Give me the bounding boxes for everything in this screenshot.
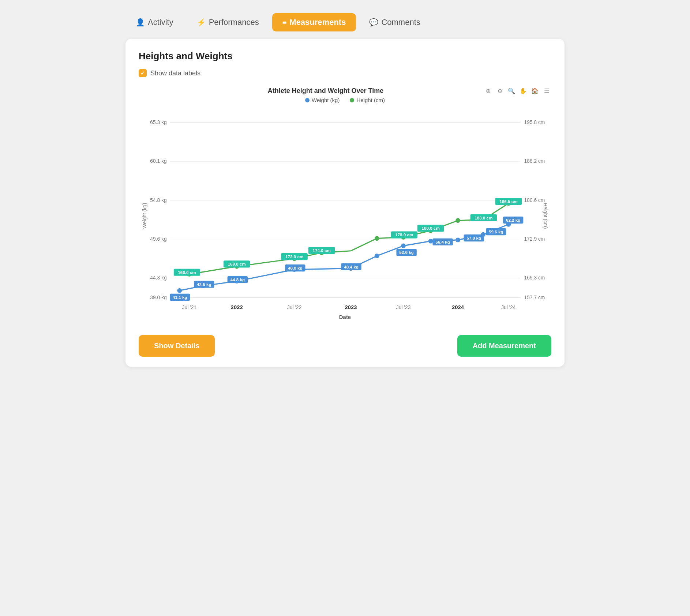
comments-icon: 💬 — [369, 18, 378, 27]
svg-text:54.8 kg: 54.8 kg — [150, 197, 166, 203]
svg-text:Jul '24: Jul '24 — [501, 304, 516, 310]
chart-svg-container: 65.3 kg 60.1 kg 54.8 kg 49.6 kg 44.3 kg … — [139, 107, 551, 325]
svg-text:157.7 cm: 157.7 cm — [524, 294, 545, 300]
weight-label-8: 59.6 kg — [489, 229, 503, 234]
activity-icon: 👤 — [136, 18, 145, 27]
svg-text:165.3 cm: 165.3 cm — [524, 275, 545, 281]
tab-performances-label: Performances — [209, 18, 259, 27]
height-label-6: 183.0 cm — [475, 215, 492, 220]
height-label-0: 166.0 cm — [178, 270, 196, 275]
legend-weight-dot — [305, 98, 310, 102]
weight-label-0: 41.1 kg — [173, 295, 187, 300]
weight-point-5 — [375, 253, 379, 258]
pan-icon[interactable]: ✋ — [518, 86, 528, 95]
legend-weight-label: Weight (kg) — [312, 97, 340, 103]
show-labels-row: Show data labels — [139, 69, 551, 77]
svg-text:172.9 cm: 172.9 cm — [524, 236, 545, 242]
weight-label-9: 62.2 kg — [506, 218, 521, 222]
menu-icon[interactable]: ☰ — [542, 86, 551, 95]
bottom-row: Show Details Add Measurement — [139, 335, 551, 357]
nav-tabs: 👤 Activity ⚡ Performances ≡ Measurements… — [125, 7, 565, 39]
height-label-2: 172.0 cm — [285, 254, 303, 259]
tab-measurements-label: Measurements — [289, 18, 346, 27]
chart-toolbar: Athlete Height and Weight Over Time ⊕ ⊖ … — [139, 86, 551, 95]
weight-label-7: 57.8 kg — [466, 236, 481, 240]
weight-label-4: 48.4 kg — [344, 264, 359, 269]
weight-label-2: 44.8 kg — [230, 277, 245, 282]
weight-label-3: 48.0 kg — [288, 266, 303, 270]
add-measurement-button[interactable]: Add Measurement — [457, 335, 551, 357]
tab-comments-label: Comments — [381, 18, 420, 27]
height-label-5: 180.0 cm — [421, 226, 439, 230]
svg-text:Height (cm): Height (cm) — [543, 203, 548, 229]
chart-wrapper: Athlete Height and Weight Over Time ⊕ ⊖ … — [139, 86, 551, 325]
weight-point-8 — [455, 238, 460, 243]
height-label-7: 186.5 cm — [499, 199, 517, 204]
svg-text:2023: 2023 — [345, 304, 357, 310]
weight-label-5: 52.6 kg — [399, 250, 414, 255]
show-details-button[interactable]: Show Details — [139, 335, 215, 357]
svg-text:Weight (kg): Weight (kg) — [142, 203, 147, 229]
height-label-3: 174.0 cm — [312, 248, 330, 253]
svg-text:2022: 2022 — [231, 304, 243, 310]
magnify-icon[interactable]: 🔍 — [507, 86, 516, 95]
svg-text:Jul '22: Jul '22 — [287, 304, 302, 310]
svg-text:180.6 cm: 180.6 cm — [524, 197, 545, 203]
chart-icons: ⊕ ⊖ 🔍 ✋ 🏠 ☰ — [483, 86, 551, 95]
tab-comments[interactable]: 💬 Comments — [359, 13, 430, 31]
tab-activity-label: Activity — [148, 18, 173, 27]
home-icon[interactable]: 🏠 — [530, 86, 540, 95]
svg-text:Date: Date — [339, 314, 351, 320]
height-label-4: 178.0 cm — [395, 232, 413, 237]
svg-text:49.6 kg: 49.6 kg — [150, 236, 166, 242]
show-labels-text: Show data labels — [150, 70, 200, 77]
performances-icon: ⚡ — [197, 18, 206, 27]
svg-text:188.2 cm: 188.2 cm — [524, 158, 545, 164]
tab-activity[interactable]: 👤 Activity — [125, 13, 184, 31]
weight-label-6: 56.4 kg — [435, 240, 450, 244]
app-container: 👤 Activity ⚡ Performances ≡ Measurements… — [125, 7, 565, 367]
main-card: Heights and Weights Show data labels Ath… — [125, 39, 565, 367]
chart-legend: Weight (kg) Height (cm) — [139, 97, 551, 103]
svg-text:195.8 cm: 195.8 cm — [524, 119, 545, 125]
legend-height: Height (cm) — [350, 97, 385, 103]
card-title: Heights and Weights — [139, 50, 551, 62]
measurements-icon: ≡ — [282, 18, 287, 27]
svg-text:60.1 kg: 60.1 kg — [150, 158, 166, 164]
svg-text:39.0 kg: 39.0 kg — [150, 294, 166, 300]
svg-text:2024: 2024 — [452, 304, 464, 310]
svg-text:65.3 kg: 65.3 kg — [150, 119, 166, 125]
height-point-4 — [375, 236, 379, 241]
height-point-7 — [455, 218, 460, 223]
legend-weight: Weight (kg) — [305, 97, 340, 103]
zoom-out-icon[interactable]: ⊖ — [495, 86, 505, 95]
tab-performances[interactable]: ⚡ Performances — [187, 13, 269, 31]
svg-text:44.3 kg: 44.3 kg — [150, 275, 166, 281]
chart-svg: 65.3 kg 60.1 kg 54.8 kg 49.6 kg 44.3 kg … — [139, 107, 551, 325]
weight-point-6 — [401, 244, 406, 248]
weight-label-1: 42.5 kg — [197, 282, 211, 287]
legend-height-label: Height (cm) — [356, 97, 385, 103]
height-label-1: 169.0 cm — [228, 262, 245, 266]
tab-measurements[interactable]: ≡ Measurements — [272, 13, 356, 31]
weight-point-0 — [177, 288, 182, 293]
svg-text:Jul '21: Jul '21 — [182, 304, 197, 310]
weight-point-7 — [428, 239, 433, 244]
chart-title: Athlete Height and Weight Over Time — [168, 87, 483, 95]
svg-text:Jul '23: Jul '23 — [396, 304, 411, 310]
legend-height-dot — [350, 98, 354, 102]
show-labels-checkbox[interactable] — [139, 69, 147, 77]
zoom-in-icon[interactable]: ⊕ — [483, 86, 493, 95]
